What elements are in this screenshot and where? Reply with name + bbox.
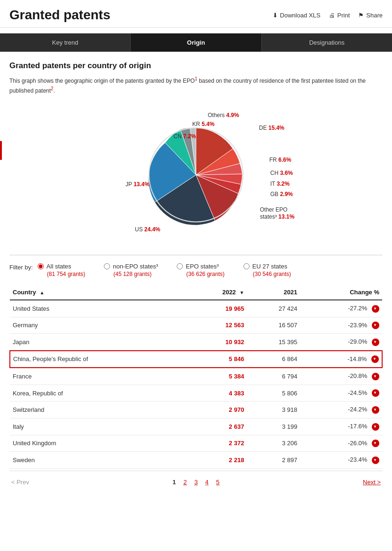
label-ch: CH 3.6% xyxy=(270,169,293,176)
cell-change: -20.8% xyxy=(300,368,382,385)
change-icon xyxy=(372,423,379,431)
2022-sort-icon xyxy=(239,290,244,295)
cell-2022: 5 846 xyxy=(187,351,247,368)
filter-epo: EPO states³ (36 626 grants) xyxy=(177,263,224,277)
label-fr: FR 6.6% xyxy=(269,156,291,163)
cell-change: -24.5% xyxy=(300,385,382,401)
filter-epo-radio[interactable] xyxy=(177,263,183,269)
cell-change: -26.0% xyxy=(300,435,382,452)
col-country[interactable]: Country xyxy=(10,285,187,300)
cell-country: China, People's Republic of xyxy=(10,351,187,368)
cell-country: Germany xyxy=(10,317,187,334)
print-button[interactable]: 🖨 Print xyxy=(329,12,350,19)
change-icon xyxy=(372,338,379,346)
filter-eu27: EU 27 states (30 546 grants) xyxy=(243,263,291,277)
label-us: US 24.4% xyxy=(135,226,160,233)
table-row: Switzerland2 9703 918-24.2% xyxy=(10,401,382,418)
cell-change: -23.9% xyxy=(300,317,382,334)
cell-2022: 2 218 xyxy=(187,452,247,469)
cell-change: -14.8% xyxy=(300,351,382,368)
cell-change: -27.2% xyxy=(300,300,382,317)
cell-2022: 5 384 xyxy=(187,368,247,385)
col-2021: 2021 xyxy=(247,285,300,300)
cell-country: Italy xyxy=(10,418,187,435)
filter-eu27-radio[interactable] xyxy=(243,263,250,269)
cell-2021: 6 794 xyxy=(247,368,300,385)
cell-2021: 27 424 xyxy=(247,300,300,317)
chart-table-divider xyxy=(9,255,383,255)
change-icon xyxy=(371,355,379,363)
chart-area: Others 4.9% KR 5.4% CN 7.2% DE 15.4% FR … xyxy=(9,104,383,245)
cell-country: United Kingdom xyxy=(10,435,187,452)
cell-2022: 12 563 xyxy=(187,317,247,334)
label-cn: CN 7.2% xyxy=(173,133,196,140)
label-de: DE 15.4% xyxy=(259,124,284,131)
tabs-bar: Key trend Origin Designations xyxy=(0,33,392,52)
page-title: Granted patents xyxy=(9,8,110,23)
label-other-epo: Other EPOstates³ 13.1% xyxy=(260,206,294,220)
tab-designations[interactable]: Designations xyxy=(262,33,392,52)
change-icon xyxy=(372,406,379,414)
filter-row: Filter by: All states (81 754 grants) no… xyxy=(9,263,383,277)
cell-2021: 3 206 xyxy=(247,435,300,452)
page-5[interactable]: 5 xyxy=(214,478,222,487)
filter-section: Filter by: All states (81 754 grants) no… xyxy=(9,263,383,277)
cell-2021: 3 199 xyxy=(247,418,300,435)
filter-label: Filter by: xyxy=(9,263,33,271)
chart-wrapper: Others 4.9% KR 5.4% CN 7.2% DE 15.4% FR … xyxy=(78,109,314,241)
cell-2021: 6 864 xyxy=(247,351,300,368)
table-row: Japan10 93215 395-29.0% xyxy=(10,334,382,351)
cell-2022: 2 372 xyxy=(187,435,247,452)
filter-all-states: All states (81 754 grants) xyxy=(38,263,85,277)
page-4[interactable]: 4 xyxy=(203,478,211,487)
filter-non-epo-radio[interactable] xyxy=(104,263,110,269)
table-row: Italy2 6373 199-17.6% xyxy=(10,418,382,435)
cell-change: -29.0% xyxy=(300,334,382,351)
pagination-pages: 1 2 3 4 5 xyxy=(170,478,222,487)
cell-2022: 10 932 xyxy=(187,334,247,351)
change-icon xyxy=(372,305,379,313)
next-button[interactable]: Next > xyxy=(363,479,381,486)
cell-change: -23.4% xyxy=(300,452,382,469)
cell-country: Korea, Republic of xyxy=(10,385,187,401)
page-1[interactable]: 1 xyxy=(170,478,178,487)
label-others: Others 4.9% xyxy=(208,111,239,118)
cell-country: Japan xyxy=(10,334,187,351)
cell-2022: 4 383 xyxy=(187,385,247,401)
cell-2021: 15 395 xyxy=(247,334,300,351)
header-actions: ⬇ Download XLS 🖨 Print ⚑ Share xyxy=(273,12,383,19)
label-kr: KR 5.4% xyxy=(192,120,214,127)
section-title: Granted patents per country of origin xyxy=(9,61,383,71)
content-area: Granted patents per country of origin Th… xyxy=(0,52,392,496)
change-icon xyxy=(372,389,379,397)
change-icon xyxy=(372,440,379,447)
filter-epo-grants: (36 626 grants) xyxy=(186,271,224,277)
page-2[interactable]: 2 xyxy=(181,478,189,487)
label-it: IT 3.2% xyxy=(270,180,290,187)
tab-origin[interactable]: Origin xyxy=(131,33,261,52)
prev-button: < Prev xyxy=(11,479,29,486)
share-button[interactable]: ⚑ Share xyxy=(358,12,383,19)
cell-2021: 5 806 xyxy=(247,385,300,401)
cell-2021: 16 507 xyxy=(247,317,300,334)
table-row: France5 3846 794-20.8% xyxy=(10,368,382,385)
change-icon xyxy=(372,457,379,464)
highlighted-row: China, People's Republic of5 8466 864-14… xyxy=(10,351,382,368)
cell-change: -24.2% xyxy=(300,401,382,418)
filter-group: All states (81 754 grants) non-EPO state… xyxy=(38,263,291,277)
change-icon xyxy=(372,322,379,329)
left-accent-bar xyxy=(0,141,2,160)
filter-all-states-radio[interactable] xyxy=(38,263,44,269)
tab-key-trend[interactable]: Key trend xyxy=(0,33,131,52)
table-row: Korea, Republic of4 3835 806-24.5% xyxy=(10,385,382,401)
cell-country: Sweden xyxy=(10,452,187,469)
cell-2022: 19 965 xyxy=(187,300,247,317)
cell-2021: 3 918 xyxy=(247,401,300,418)
col-2022[interactable]: 2022 xyxy=(187,285,247,300)
download-xls-button[interactable]: ⬇ Download XLS xyxy=(273,12,321,19)
cell-change: -17.6% xyxy=(300,418,382,435)
cell-2022: 2 637 xyxy=(187,418,247,435)
filter-non-epo-grants: (45 128 grants) xyxy=(113,271,158,277)
page-3[interactable]: 3 xyxy=(192,478,200,487)
page-header: Granted patents ⬇ Download XLS 🖨 Print ⚑… xyxy=(0,0,392,28)
